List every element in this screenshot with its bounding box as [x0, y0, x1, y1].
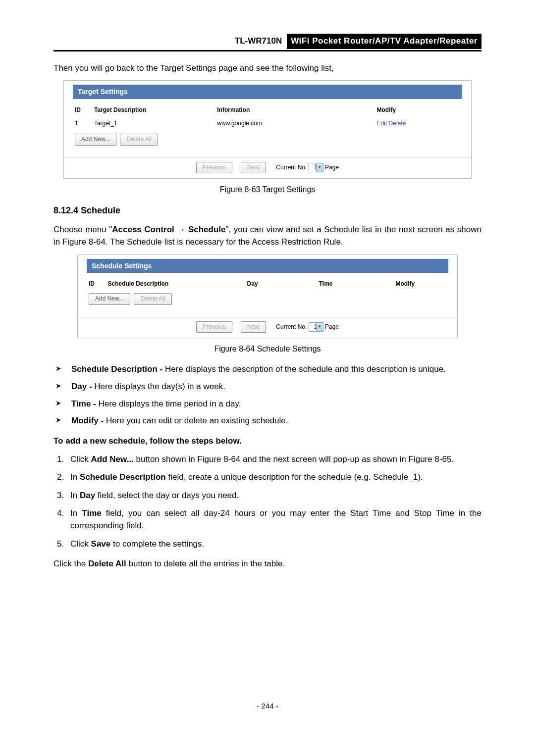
schedule-intro: Choose menu "Access Control → Schedule",… [54, 224, 482, 248]
cell-info: www.google.com [216, 117, 374, 130]
list-text: Day - Here displays the day(s) in a week… [70, 381, 482, 393]
col-modify: Modify [363, 278, 447, 290]
text: Click the [54, 559, 88, 568]
table-header-row: ID Schedule Description Day Time Modify [88, 278, 447, 290]
current-no-label: Current No. [276, 164, 307, 171]
bold-label: Day - [71, 382, 92, 391]
step-item: Click Add New... button shown in Figure … [66, 454, 482, 466]
desc-text: Here displays the description of the sch… [162, 364, 446, 374]
col-modify: Modify [376, 104, 461, 116]
bold-label: Modify - [71, 416, 104, 425]
text: Choose menu " [54, 225, 112, 234]
desc-text: Here displays the day(s) in a week. [92, 382, 225, 391]
schedule-settings-panel: Schedule Settings ID Schedule Descriptio… [77, 254, 458, 338]
page-header: TL-WR710N WiFi Pocket Router/AP/TV Adapt… [54, 34, 482, 51]
text: field, create a unique description for t… [166, 472, 423, 482]
step-item: Click Save to complete the settings. [66, 538, 482, 551]
table-header-row: ID Target Description Information Modify [74, 104, 461, 116]
col-info: Information [216, 104, 374, 116]
page-select[interactable]: 1 ▾ [309, 163, 323, 172]
bold-label: Schedule Description - [71, 364, 162, 374]
field-descriptions: ➤ Schedule Description - Here displays t… [55, 363, 482, 427]
text: Click [70, 539, 91, 549]
to-add-heading: To add a new schedule, follow the steps … [54, 435, 482, 448]
bold-text: Schedule Description [80, 472, 166, 482]
intro-text: Then you will go back to the Target Sett… [54, 62, 482, 75]
step-item: In Schedule Description field, create a … [66, 471, 482, 484]
list-item: ➤ Schedule Description - Here displays t… [55, 363, 482, 376]
previous-button[interactable]: Prevoius [196, 321, 232, 333]
text: Click [70, 454, 91, 464]
step-item: In Time field, you can select all day-24… [66, 507, 482, 532]
col-day: Day [216, 278, 289, 290]
bullet-icon: ➤ [55, 398, 70, 410]
outro-text: Click the Delete All button to delete al… [54, 558, 482, 570]
next-button[interactable]: Next [241, 321, 266, 333]
page-number: - 244 - [54, 701, 482, 711]
edit-link[interactable]: Edit [377, 120, 387, 127]
cell-id: 1 [74, 117, 92, 130]
chevron-down-icon: ▾ [316, 323, 323, 331]
target-settings-panel: Target Settings ID Target Description In… [63, 80, 472, 179]
list-text: Time - Here displays the time period in … [70, 398, 482, 410]
text: button to delete all the entries in the … [126, 559, 285, 568]
text: to complete the settings. [110, 539, 204, 549]
list-item: ➤ Day - Here displays the day(s) in a we… [55, 381, 482, 393]
text: In [70, 472, 80, 482]
list-text: Modify - Here you can edit or delete an … [70, 415, 482, 427]
step-item: In Day field, select the day or days you… [66, 490, 482, 502]
target-table: ID Target Description Information Modify… [73, 103, 462, 149]
delete-all-button[interactable]: Delete All [134, 293, 172, 304]
col-id: ID [74, 104, 92, 116]
steps-list: Click Add New... button shown in Figure … [66, 454, 482, 551]
bullet-icon: ➤ [55, 415, 70, 427]
section-name: Schedule [81, 205, 120, 215]
table-actions-row: Add New... Delete All [74, 131, 461, 147]
col-id: ID [88, 278, 106, 290]
col-desc: Schedule Description [107, 278, 215, 290]
cell-desc: Target_1 [93, 117, 215, 130]
bold-text: Time [82, 508, 101, 518]
page-select[interactable]: 1 ▾ [309, 322, 323, 332]
bold-label: Time - [71, 399, 96, 408]
bold-text: Access Control [112, 225, 174, 234]
table-row: 1 Target_1 www.google.com Edit Delete [74, 117, 461, 130]
delete-all-button[interactable]: Delete All [120, 134, 158, 145]
figure-caption-2: Figure 8-64 Schedule Settings [54, 343, 482, 354]
section-heading: 8.12.4 Schedule [54, 204, 482, 217]
add-new-button[interactable]: Add New... [89, 293, 130, 304]
text: In [70, 508, 82, 518]
pager: Previous Next Current No. 1 ▾ Page [64, 157, 471, 178]
section-number: 8.12.4 [54, 205, 78, 215]
page-label: Page [325, 323, 339, 330]
pager: Prevoius Next Current No. 1 ▾ Page [78, 317, 457, 338]
text: field, you can select all day-24 hours o… [70, 508, 482, 530]
figure-caption-1: Figure 8-63 Target Settings [54, 184, 482, 195]
desc-text: Here displays the time period in a day. [96, 399, 241, 408]
add-new-button[interactable]: Add New... [75, 134, 116, 145]
col-desc: Target Description [93, 104, 215, 116]
cell-modify: Edit Delete [376, 117, 461, 130]
list-text: Schedule Description - Here displays the… [70, 363, 482, 376]
previous-button[interactable]: Previous [196, 162, 232, 173]
schedule-table: ID Schedule Description Day Time Modify … [87, 277, 448, 308]
list-item: ➤ Time - Here displays the time period i… [55, 398, 482, 410]
table-actions-row: Add New... Delete All [88, 291, 447, 306]
model-number: TL-WR710N [235, 35, 287, 48]
model-title: WiFi Pocket Router/AP/TV Adapter/Repeate… [287, 34, 482, 49]
bold-text: Save [91, 539, 111, 549]
bold-text: Day [80, 491, 95, 500]
current-no-label: Current No. [276, 323, 307, 330]
col-time: Time [290, 278, 362, 290]
text: In [70, 491, 80, 500]
text: button shown in Figure 8-64 and the next… [134, 454, 454, 464]
text: field, select the day or days you need. [95, 491, 239, 500]
list-item: ➤ Modify - Here you can edit or delete a… [55, 415, 482, 427]
chevron-down-icon: ▾ [316, 163, 323, 172]
panel-title: Target Settings [73, 85, 462, 99]
bold-text: Schedule [188, 225, 226, 234]
delete-link[interactable]: Delete [389, 120, 406, 127]
desc-text: Here you can edit or delete an existing … [104, 416, 288, 425]
next-button[interactable]: Next [241, 162, 266, 173]
bold-text: Delete All [88, 559, 126, 568]
